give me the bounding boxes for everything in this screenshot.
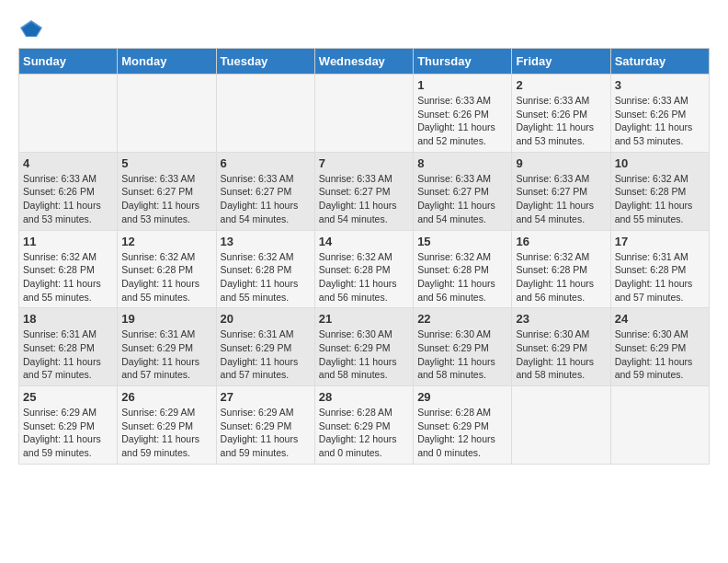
- calendar-cell-w0-d0: [19, 75, 118, 153]
- calendar-cell-w1-d3: 7Sunrise: 6:33 AMSunset: 6:27 PMDaylight…: [314, 152, 413, 230]
- calendar-cell-w4-d2: 27Sunrise: 6:29 AMSunset: 6:29 PMDayligh…: [216, 386, 314, 465]
- week-row-1: 4Sunrise: 6:33 AMSunset: 6:26 PMDaylight…: [19, 152, 710, 230]
- calendar-cell-w1-d6: 10Sunrise: 6:32 AMSunset: 6:28 PMDayligh…: [610, 152, 709, 230]
- day-number: 23: [516, 312, 606, 326]
- day-detail: Sunrise: 6:33 AMSunset: 6:27 PMDaylight:…: [221, 172, 311, 226]
- day-number: 21: [319, 312, 409, 326]
- calendar-cell-w4-d5: [512, 386, 610, 465]
- day-detail: Sunrise: 6:31 AMSunset: 6:28 PMDaylight:…: [615, 250, 705, 304]
- day-detail: Sunrise: 6:33 AMSunset: 6:26 PMDaylight:…: [615, 94, 705, 148]
- day-detail: Sunrise: 6:32 AMSunset: 6:28 PMDaylight:…: [121, 250, 211, 304]
- day-number: 1: [417, 78, 507, 92]
- calendar-cell-w4-d0: 25Sunrise: 6:29 AMSunset: 6:29 PMDayligh…: [19, 386, 118, 465]
- day-detail: Sunrise: 6:28 AMSunset: 6:29 PMDaylight:…: [417, 406, 507, 460]
- day-number: 27: [221, 390, 311, 404]
- calendar-cell-w1-d4: 8Sunrise: 6:33 AMSunset: 6:27 PMDaylight…: [414, 152, 512, 230]
- day-number: 20: [221, 312, 311, 326]
- day-detail: Sunrise: 6:33 AMSunset: 6:27 PMDaylight:…: [319, 172, 409, 226]
- day-number: 13: [221, 235, 311, 248]
- calendar-cell-w4-d1: 26Sunrise: 6:29 AMSunset: 6:29 PMDayligh…: [118, 386, 216, 465]
- day-number: 14: [319, 235, 409, 248]
- day-detail: Sunrise: 6:33 AMSunset: 6:27 PMDaylight:…: [121, 172, 211, 226]
- day-detail: Sunrise: 6:32 AMSunset: 6:28 PMDaylight:…: [417, 250, 507, 304]
- day-detail: Sunrise: 6:32 AMSunset: 6:28 PMDaylight:…: [615, 172, 705, 226]
- weekday-header-tuesday: Tuesday: [216, 49, 314, 75]
- calendar-cell-w0-d1: [118, 75, 216, 153]
- calendar-cell-w0-d3: [314, 75, 413, 153]
- calendar-cell-w3-d3: 21Sunrise: 6:30 AMSunset: 6:29 PMDayligh…: [314, 308, 413, 386]
- calendar-cell-w2-d6: 17Sunrise: 6:31 AMSunset: 6:28 PMDayligh…: [610, 230, 709, 308]
- day-number: 28: [319, 390, 409, 404]
- day-number: 7: [319, 156, 409, 170]
- weekday-header-sunday: Sunday: [19, 49, 118, 75]
- calendar-cell-w1-d5: 9Sunrise: 6:33 AMSunset: 6:27 PMDaylight…: [512, 152, 610, 230]
- week-row-3: 18Sunrise: 6:31 AMSunset: 6:28 PMDayligh…: [19, 308, 710, 386]
- week-row-0: 1Sunrise: 6:33 AMSunset: 6:26 PMDaylight…: [19, 75, 710, 153]
- calendar-cell-w3-d1: 19Sunrise: 6:31 AMSunset: 6:29 PMDayligh…: [118, 308, 216, 386]
- calendar-cell-w0-d6: 3Sunrise: 6:33 AMSunset: 6:26 PMDaylight…: [610, 75, 709, 153]
- day-number: 4: [23, 156, 113, 170]
- calendar-cell-w2-d4: 15Sunrise: 6:32 AMSunset: 6:28 PMDayligh…: [414, 230, 512, 308]
- day-detail: Sunrise: 6:33 AMSunset: 6:26 PMDaylight:…: [417, 94, 507, 148]
- weekday-header-thursday: Thursday: [414, 49, 512, 75]
- weekday-header-saturday: Saturday: [610, 49, 709, 75]
- calendar-cell-w0-d2: [216, 75, 314, 153]
- day-number: 10: [615, 156, 705, 170]
- day-number: 25: [23, 390, 113, 404]
- day-number: 29: [417, 390, 507, 404]
- day-number: 3: [615, 78, 705, 92]
- day-number: 12: [121, 235, 211, 248]
- calendar-cell-w2-d3: 14Sunrise: 6:32 AMSunset: 6:28 PMDayligh…: [314, 230, 413, 308]
- day-number: 8: [417, 156, 507, 170]
- day-detail: Sunrise: 6:30 AMSunset: 6:29 PMDaylight:…: [319, 327, 409, 382]
- calendar-cell-w2-d0: 11Sunrise: 6:32 AMSunset: 6:28 PMDayligh…: [19, 230, 118, 308]
- calendar-cell-w4-d3: 28Sunrise: 6:28 AMSunset: 6:29 PMDayligh…: [314, 386, 413, 465]
- calendar-cell-w3-d2: 20Sunrise: 6:31 AMSunset: 6:29 PMDayligh…: [216, 308, 314, 386]
- day-detail: Sunrise: 6:28 AMSunset: 6:29 PMDaylight:…: [319, 406, 409, 460]
- weekday-header-monday: Monday: [118, 49, 216, 75]
- day-detail: Sunrise: 6:31 AMSunset: 6:29 PMDaylight:…: [221, 327, 311, 382]
- calendar-cell-w3-d4: 22Sunrise: 6:30 AMSunset: 6:29 PMDayligh…: [414, 308, 512, 386]
- calendar-cell-w3-d5: 23Sunrise: 6:30 AMSunset: 6:29 PMDayligh…: [512, 308, 610, 386]
- day-detail: Sunrise: 6:29 AMSunset: 6:29 PMDaylight:…: [221, 406, 311, 460]
- day-detail: Sunrise: 6:30 AMSunset: 6:29 PMDaylight:…: [615, 327, 705, 382]
- day-detail: Sunrise: 6:29 AMSunset: 6:29 PMDaylight:…: [121, 406, 211, 460]
- day-number: 24: [615, 312, 705, 326]
- day-number: 11: [23, 235, 113, 248]
- weekday-header-row: SundayMondayTuesdayWednesdayThursdayFrid…: [19, 49, 710, 75]
- calendar-cell-w3-d6: 24Sunrise: 6:30 AMSunset: 6:29 PMDayligh…: [610, 308, 709, 386]
- day-detail: Sunrise: 6:31 AMSunset: 6:29 PMDaylight:…: [121, 327, 211, 382]
- calendar-cell-w2-d5: 16Sunrise: 6:32 AMSunset: 6:28 PMDayligh…: [512, 230, 610, 308]
- weekday-header-friday: Friday: [512, 49, 610, 75]
- day-number: 19: [121, 312, 211, 326]
- day-number: 15: [417, 235, 507, 248]
- day-detail: Sunrise: 6:33 AMSunset: 6:26 PMDaylight:…: [516, 94, 606, 148]
- day-number: 5: [121, 156, 211, 170]
- day-number: 26: [121, 390, 211, 404]
- day-detail: Sunrise: 6:30 AMSunset: 6:29 PMDaylight:…: [516, 327, 606, 382]
- calendar-table: SundayMondayTuesdayWednesdayThursdayFrid…: [18, 48, 710, 465]
- day-number: 17: [615, 235, 705, 248]
- weekday-header-wednesday: Wednesday: [314, 49, 413, 75]
- day-detail: Sunrise: 6:33 AMSunset: 6:26 PMDaylight:…: [23, 172, 113, 226]
- week-row-4: 25Sunrise: 6:29 AMSunset: 6:29 PMDayligh…: [19, 386, 710, 465]
- logo: [18, 18, 48, 39]
- day-detail: Sunrise: 6:31 AMSunset: 6:28 PMDaylight:…: [23, 327, 113, 382]
- calendar-cell-w2-d1: 12Sunrise: 6:32 AMSunset: 6:28 PMDayligh…: [118, 230, 216, 308]
- day-number: 22: [417, 312, 507, 326]
- calendar-cell-w0-d5: 2Sunrise: 6:33 AMSunset: 6:26 PMDaylight…: [512, 75, 610, 153]
- day-number: 2: [516, 78, 606, 92]
- day-number: 18: [23, 312, 113, 326]
- day-number: 9: [516, 156, 606, 170]
- logo-icon: [18, 18, 44, 39]
- day-detail: Sunrise: 6:32 AMSunset: 6:28 PMDaylight:…: [516, 250, 606, 304]
- calendar-cell-w4-d6: [610, 386, 709, 465]
- day-number: 16: [516, 235, 606, 248]
- calendar-cell-w4-d4: 29Sunrise: 6:28 AMSunset: 6:29 PMDayligh…: [414, 386, 512, 465]
- calendar-body: 1Sunrise: 6:33 AMSunset: 6:26 PMDaylight…: [19, 75, 710, 465]
- day-number: 6: [221, 156, 311, 170]
- week-row-2: 11Sunrise: 6:32 AMSunset: 6:28 PMDayligh…: [19, 230, 710, 308]
- day-detail: Sunrise: 6:32 AMSunset: 6:28 PMDaylight:…: [23, 250, 113, 304]
- day-detail: Sunrise: 6:33 AMSunset: 6:27 PMDaylight:…: [417, 172, 507, 226]
- header: [18, 18, 710, 39]
